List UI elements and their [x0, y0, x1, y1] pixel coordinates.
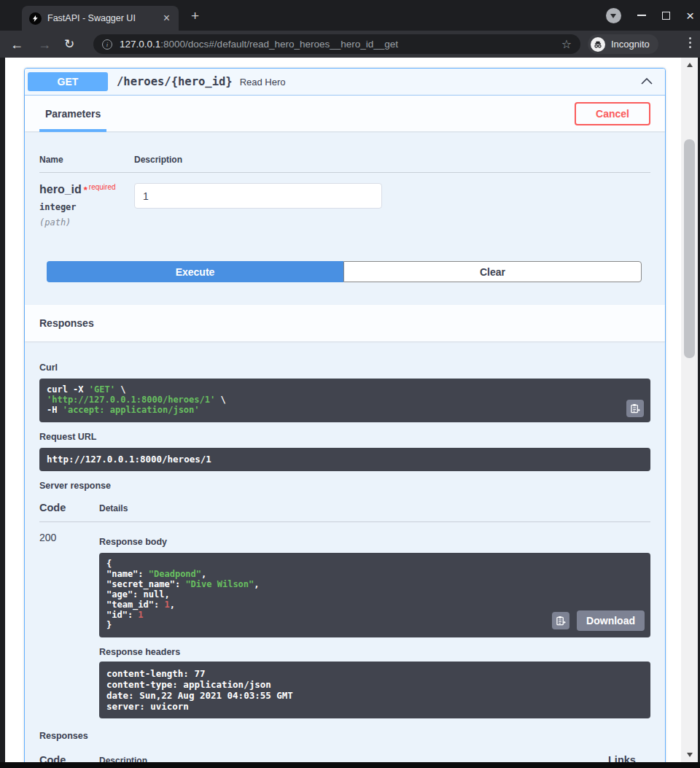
incognito-icon	[591, 37, 605, 52]
doc-links-header: Links	[608, 754, 650, 762]
scroll-up-icon[interactable]	[681, 59, 698, 71]
responses-doc-table-head: Code Description Links	[39, 754, 650, 762]
tab-close-icon[interactable]: ×	[162, 12, 171, 24]
scrollbar-thumb[interactable]	[684, 139, 695, 358]
server-response-label: Server response	[39, 481, 650, 491]
server-response-row: 200 Response body { "name": "Deadpond", …	[39, 522, 650, 718]
responses-doc-title: Responses	[39, 731, 650, 741]
swagger-page: GET /heroes/{hero_id} Read Hero Paramete…	[5, 58, 681, 762]
response-details: Response body { "name": "Deadpond", "sec…	[99, 532, 650, 718]
execute-button[interactable]: Execute	[47, 261, 343, 282]
response-headers-label: Response headers	[99, 647, 650, 657]
curl-command: curl -X 'GET' \ 'http://127.0.0.1:8000/h…	[47, 384, 643, 415]
back-icon[interactable]: ←	[10, 38, 23, 51]
code-column-header: Code	[39, 502, 99, 513]
maximize-icon[interactable]	[662, 12, 670, 20]
browser-toolbar: ← → ↻ i 127.0.0.1:8000/docs#/default/rea…	[0, 31, 700, 58]
page-scrollbar[interactable]	[681, 58, 698, 762]
incognito-label: Incognito	[611, 39, 650, 50]
address-bar[interactable]: i 127.0.0.1:8000/docs#/default/read_hero…	[93, 34, 580, 54]
browser-update-icon[interactable]	[606, 8, 621, 23]
endpoint-summary: Read Hero	[240, 77, 286, 88]
method-badge: GET	[28, 72, 108, 91]
response-headers-text: content-length: 77 content-type: applica…	[106, 668, 643, 712]
doc-code-header: Code	[39, 754, 99, 762]
url-text[interactable]: 127.0.0.1:8000/docs#/default/read_hero_h…	[120, 39, 556, 50]
request-url-block: http://127.0.0.1:8000/heroes/1	[39, 448, 650, 471]
url-host: 127.0.0.1	[120, 39, 160, 50]
parameter-info: hero_id*required integer (path)	[39, 183, 134, 228]
description-column-header: Description	[134, 155, 182, 165]
details-column-header: Details	[99, 503, 128, 513]
new-tab-icon[interactable]: +	[191, 9, 199, 23]
collapse-chevron-icon[interactable]	[640, 75, 653, 88]
curl-command-block: curl -X 'GET' \ 'http://127.0.0.1:8000/h…	[39, 379, 650, 422]
browser-tab[interactable]: FastAPI - Swagger UI ×	[22, 6, 179, 31]
browser-titlebar: FastAPI - Swagger UI × + ×	[0, 0, 700, 31]
responses-title: Responses	[39, 317, 94, 329]
reload-icon[interactable]: ↻	[64, 38, 74, 50]
site-info-icon[interactable]: i	[102, 39, 112, 50]
close-icon[interactable]: ×	[686, 9, 694, 23]
name-column-header: Name	[39, 155, 134, 165]
download-button[interactable]: Download	[577, 610, 645, 631]
browser-menu-icon[interactable]	[689, 37, 691, 48]
opblock-get-heroes: GET /heroes/{hero_id} Read Hero Paramete…	[24, 68, 666, 762]
parameter-location: (path)	[39, 217, 134, 228]
scroll-down-icon[interactable]	[681, 749, 698, 761]
fastapi-favicon-icon	[29, 12, 42, 25]
opblock-summary[interactable]: GET /heroes/{hero_id} Read Hero	[25, 69, 665, 95]
forward-icon[interactable]: →	[38, 38, 51, 51]
parameter-description-cell	[134, 183, 382, 228]
parameter-row: hero_id*required integer (path)	[39, 173, 650, 228]
window-bottom-edge	[0, 762, 700, 768]
parameters-table-head: Name Description	[39, 155, 650, 173]
server-response-table-head: Code Details	[39, 502, 650, 522]
copy-response-button[interactable]	[552, 612, 569, 629]
copy-curl-button[interactable]	[626, 400, 644, 417]
bookmark-star-icon[interactable]: ☆	[561, 37, 572, 51]
response-body-block: { "name": "Deadpond", "secret_name": "Di…	[99, 553, 650, 637]
parameters-header: Parameters Cancel	[25, 95, 665, 131]
response-body-label: Response body	[99, 537, 650, 547]
tab-parameters[interactable]: Parameters	[39, 96, 106, 132]
parameter-name: hero_id	[39, 183, 82, 195]
responses-header: Responses	[25, 305, 665, 341]
minimize-icon[interactable]	[637, 15, 646, 16]
response-headers-block: content-length: 77 content-type: applica…	[99, 662, 650, 718]
cancel-button[interactable]: Cancel	[575, 102, 650, 125]
request-url-label: Request URL	[39, 432, 650, 442]
tab-title: FastAPI - Swagger UI	[47, 13, 156, 23]
responses-body: Curl curl -X 'GET' \ 'http://127.0.0.1:8…	[25, 341, 665, 762]
curl-label: Curl	[39, 362, 650, 373]
parameters-body: Name Description hero_id*required intege…	[25, 131, 665, 305]
required-label: required	[89, 183, 116, 191]
status-code: 200	[39, 532, 99, 718]
response-body-actions: Download	[552, 610, 645, 631]
execute-button-group: Execute Clear	[47, 261, 642, 282]
incognito-badge: Incognito	[588, 34, 658, 54]
request-url-value: http://127.0.0.1:8000/heroes/1	[47, 454, 211, 465]
doc-description-header: Description	[99, 756, 608, 762]
required-star: *	[84, 185, 88, 195]
endpoint-path: /heroes/{hero_id}	[117, 75, 233, 88]
url-path: :8000/docs#/default/read_hero_heroes__he…	[160, 39, 398, 50]
parameter-type: integer	[39, 202, 134, 212]
hero-id-input[interactable]	[134, 183, 382, 209]
clear-button[interactable]: Clear	[343, 261, 642, 282]
